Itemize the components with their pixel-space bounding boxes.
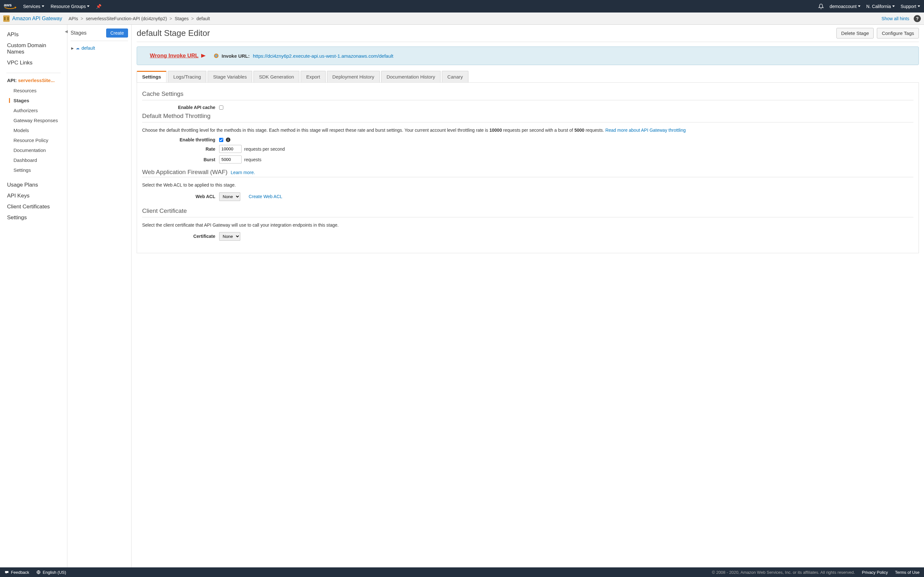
nav-support[interactable]: Support: [901, 4, 920, 9]
nav-account[interactable]: demoaccount: [830, 4, 861, 9]
tab-documentation-history[interactable]: Documentation History: [381, 71, 441, 82]
create-web-acl-link[interactable]: Create Web ACL: [249, 194, 282, 199]
help-icon[interactable]: ?: [914, 15, 921, 22]
rate-input[interactable]: [219, 145, 242, 153]
cache-section-title: Cache Settings: [142, 90, 913, 97]
nav-support-label: Support: [901, 4, 916, 9]
invoke-url-link[interactable]: https://dci4zny6p2.execute-api.us-west-1…: [253, 53, 393, 59]
svg-rect-2: [4, 17, 5, 20]
enable-cache-checkbox[interactable]: [219, 105, 223, 110]
settings-panel: Cache Settings Enable API cache Default …: [137, 83, 919, 253]
svg-text:aws: aws: [4, 3, 12, 7]
caret-down-icon: [918, 5, 920, 7]
left-nav-api-keys[interactable]: API Keys: [0, 190, 67, 201]
stages-pane-title: Stages: [71, 30, 87, 36]
nav-resource-groups[interactable]: Resource Groups: [51, 4, 90, 9]
notifications-icon[interactable]: [818, 3, 824, 9]
aws-logo-icon[interactable]: aws: [4, 2, 17, 10]
service-name-link[interactable]: Amazon API Gateway: [12, 16, 62, 21]
left-nav-dashboard[interactable]: Dashboard: [0, 155, 67, 165]
top-nav: aws Services Resource Groups 📌 demoaccou…: [0, 0, 924, 13]
burst-label: Burst: [142, 157, 219, 162]
rate-label: Rate: [142, 147, 219, 152]
waf-description: Select the Web ACL to be applied to this…: [142, 182, 913, 188]
enable-cache-label: Enable API cache: [142, 105, 219, 110]
certificate-select[interactable]: None: [219, 232, 240, 241]
sub-nav: Amazon API Gateway APIs> serverlessSiteF…: [0, 13, 924, 25]
left-nav-resource-policy[interactable]: Resource Policy: [0, 135, 67, 145]
pin-icon[interactable]: 📌: [96, 4, 102, 9]
tab-stage-variables[interactable]: Stage Variables: [208, 71, 252, 82]
annotation-wrong-url: Wrong Invoke URL: [150, 53, 199, 59]
left-nav-client-certs[interactable]: Client Certificates: [0, 201, 67, 212]
api-gateway-service-icon: [3, 15, 10, 22]
collapse-handle-icon[interactable]: ◀: [65, 29, 68, 34]
throttling-read-more-link[interactable]: Read more about API Gateway throttling: [606, 127, 686, 133]
annotation-arrow-icon: [201, 54, 206, 58]
web-acl-select[interactable]: None: [219, 192, 240, 201]
web-acl-label: Web ACL: [142, 194, 219, 199]
info-icon[interactable]: i: [226, 137, 230, 142]
create-stage-button[interactable]: Create: [106, 29, 128, 37]
invoke-url-box: Wrong Invoke URL Invoke URL: https://dci…: [137, 47, 919, 65]
enable-throttling-label: Enable throttling: [142, 137, 219, 142]
stage-tree-item[interactable]: ▶ ☁ default: [71, 44, 128, 52]
breadcrumb-item: default: [196, 16, 210, 21]
left-nav-custom-domain[interactable]: Custom Domain Names: [0, 40, 67, 57]
left-nav-authorizers[interactable]: Authorizers: [0, 105, 67, 115]
left-nav-vpc-links[interactable]: VPC Links: [0, 57, 67, 68]
api-label: API: serverlessSite...: [0, 77, 67, 83]
tab-export[interactable]: Export: [300, 71, 325, 82]
invoke-url-label: Invoke URL:: [222, 53, 250, 59]
left-nav-apis[interactable]: APIs: [0, 29, 67, 40]
caret-down-icon: [858, 5, 861, 7]
client-cert-section-title: Client Certificate: [142, 207, 913, 214]
tab-sdk-generation[interactable]: SDK Generation: [254, 71, 299, 82]
nav-region[interactable]: N. California: [866, 4, 895, 9]
tab-logs-tracing[interactable]: Logs/Tracing: [168, 71, 206, 82]
tab-deployment-history[interactable]: Deployment History: [327, 71, 380, 82]
left-nav-settings-global[interactable]: Settings: [0, 212, 67, 223]
left-nav-stages[interactable]: Stages: [0, 95, 67, 105]
caret-right-icon: ▶: [71, 47, 74, 50]
stage-tabs: Settings Logs/Tracing Stage Variables SD…: [137, 71, 919, 83]
current-api-name[interactable]: serverlessSite...: [18, 77, 55, 83]
stage-name-label: default: [81, 45, 95, 51]
stage-icon: ☁: [76, 46, 79, 50]
breadcrumb-item[interactable]: APIs: [69, 16, 78, 21]
throttling-section-title: Default Method Throttling: [142, 113, 913, 119]
nav-services[interactable]: Services: [23, 4, 44, 9]
breadcrumb: APIs> serverlessSiteFunction-API (dci4zn…: [69, 16, 210, 21]
breadcrumb-item[interactable]: Stages: [174, 16, 189, 21]
enable-throttling-checkbox[interactable]: [219, 138, 223, 142]
show-all-hints-link[interactable]: Show all hints: [882, 16, 909, 21]
nav-services-label: Services: [23, 4, 40, 9]
left-nav-settings[interactable]: Settings: [0, 165, 67, 175]
burst-input[interactable]: [219, 155, 242, 163]
left-nav-models[interactable]: Models: [0, 125, 67, 135]
breadcrumb-item[interactable]: serverlessSiteFunction-API (dci4zny6p2): [86, 16, 167, 21]
tab-settings[interactable]: Settings: [137, 71, 166, 82]
caret-down-icon: [42, 5, 44, 7]
caret-down-icon: [892, 5, 895, 7]
left-nav-gateway-responses[interactable]: Gateway Responses: [0, 115, 67, 125]
nav-account-label: demoaccount: [830, 4, 857, 9]
nav-region-label: N. California: [866, 4, 891, 9]
left-nav-resources[interactable]: Resources: [0, 85, 67, 95]
main-content: default Stage Editor Delete Stage Config…: [132, 25, 924, 567]
rate-unit: requests per second: [244, 147, 285, 152]
waf-learn-more-link[interactable]: Learn more.: [231, 170, 255, 175]
configure-tags-button[interactable]: Configure Tags: [877, 28, 919, 39]
burst-unit: requests: [244, 157, 262, 162]
left-nav-documentation[interactable]: Documentation: [0, 145, 67, 155]
left-nav: APIs Custom Domain Names VPC Links API: …: [0, 25, 67, 567]
tab-canary[interactable]: Canary: [442, 71, 468, 82]
throttling-description: Choose the default throttling level for …: [142, 127, 913, 133]
waf-section-title: Web Application Firewall (WAF): [142, 169, 228, 176]
invoke-bullet-icon: [214, 53, 218, 58]
left-nav-usage-plans[interactable]: Usage Plans: [0, 179, 67, 190]
page-title: default Stage Editor: [137, 28, 210, 38]
stages-tree-pane: ◀ Stages Create ▶ ☁ default: [67, 25, 132, 567]
svg-rect-3: [7, 17, 9, 20]
delete-stage-button[interactable]: Delete Stage: [837, 28, 874, 39]
